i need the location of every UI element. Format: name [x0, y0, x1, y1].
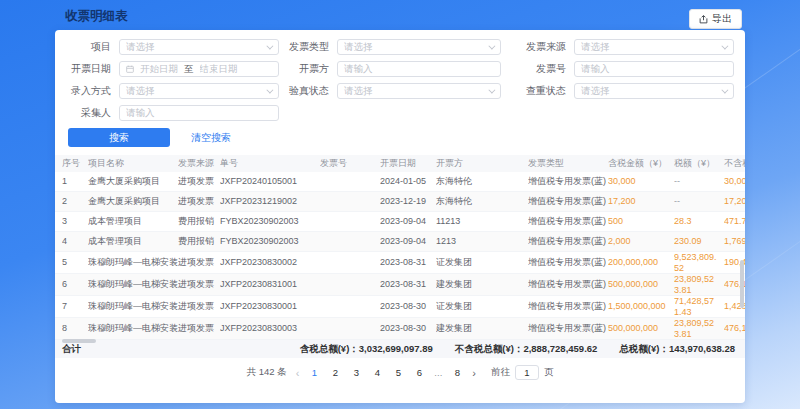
cell-amount: 30,000 — [608, 176, 674, 187]
table-row[interactable]: 7珠穆朗玛峰—电梯安装进项发票JXFP202308300012023-08-30… — [55, 296, 745, 318]
table-row[interactable]: 5珠穆朗玛峰—电梯安装进项发票JXFP202308300022023-08-31… — [55, 252, 745, 274]
cell-source: 费用报销 — [178, 216, 220, 227]
cell-amount_ex: 30,000 — [724, 176, 745, 187]
page-number-4[interactable]: 4 — [371, 367, 383, 378]
filter-dedup-status: 查重状态 请选择 — [516, 83, 734, 99]
cell-no: 1 — [62, 176, 88, 187]
filter-invoice-date: 开票日期 开始日期 至 结束日期 — [63, 61, 279, 77]
cell-order_no: FYBX20230902003 — [220, 236, 320, 247]
column-header: 开票方 — [436, 158, 528, 169]
entry-method-select[interactable]: 请选择 — [119, 83, 279, 99]
cell-tax: 23,809,523.81 — [674, 318, 724, 339]
page-number-2[interactable]: 2 — [329, 367, 341, 378]
cell-source: 进项发票 — [178, 279, 220, 290]
issuer-input[interactable]: 请输入 — [337, 61, 501, 77]
cell-type: 增值税专用发票(蓝) — [528, 257, 608, 268]
cell-source: 进项发票 — [178, 196, 220, 207]
cell-order_no: FYBX20230902003 — [220, 216, 320, 227]
cell-project: 金鹰大厦采购项目 — [88, 176, 178, 187]
cell-date: 2023-08-30 — [380, 301, 436, 312]
invoice-no-label: 发票号 — [516, 62, 566, 76]
column-header: 不含税金额（¥） — [724, 158, 745, 169]
table-row[interactable]: 1金鹰大厦采购项目进项发票JXFP202401050012024-01-05东海… — [55, 172, 745, 192]
prev-page-icon[interactable]: ‹ — [296, 367, 300, 379]
cell-no: 4 — [62, 236, 88, 247]
cell-type: 增值税专用发票(蓝) — [528, 301, 608, 312]
cell-amount_ex: 17,200 — [724, 196, 745, 207]
invoice-source-select[interactable]: 请选择 — [574, 39, 734, 55]
page-number-5[interactable]: 5 — [392, 367, 404, 378]
filter-invoice-no: 发票号 请输入 — [516, 61, 734, 77]
issuer-label: 开票方 — [279, 62, 329, 76]
cell-amount: 2,000 — [608, 236, 674, 247]
cell-type: 增值税专用发票(蓝) — [528, 196, 608, 207]
invoice-type-label: 发票类型 — [279, 40, 329, 54]
invoice-date-range-picker[interactable]: 开始日期 至 结束日期 — [119, 61, 279, 77]
cell-project: 成本管理项目 — [88, 216, 178, 227]
invoice-no-input[interactable]: 请输入 — [574, 61, 734, 77]
page-number-1[interactable]: 1 — [308, 367, 320, 378]
calendar-icon — [126, 64, 134, 75]
collector-label: 采集人 — [63, 106, 111, 120]
vertical-scrollbar[interactable] — [740, 260, 744, 308]
cell-amount_ex: 1,769.91 — [724, 236, 745, 247]
cell-date: 2024-01-05 — [380, 176, 436, 187]
summary-total: 总税额(¥)：143,970,638.28 — [619, 343, 735, 356]
filter-invoice-source: 发票来源 请选择 — [516, 39, 734, 55]
chevron-down-icon — [488, 87, 495, 94]
page-number-8[interactable]: 8 — [451, 367, 463, 378]
clear-search-link[interactable]: 清空搜索 — [191, 131, 231, 145]
column-header: 开票日期 — [380, 158, 436, 169]
invoice-table: 序号项目名称发票来源单号发票号开票日期开票方发票类型含税金额（¥）税额（¥）不含… — [55, 155, 745, 340]
cell-date: 2023-12-19 — [380, 196, 436, 207]
cell-no: 2 — [62, 196, 88, 207]
cell-source: 进项发票 — [178, 323, 220, 334]
cell-issuer: 1213 — [436, 236, 528, 247]
column-header: 序号 — [62, 158, 88, 169]
cell-tax: 28.3 — [674, 216, 724, 227]
cell-type: 增值税专用发票(蓝) — [528, 236, 608, 247]
table-row[interactable]: 6珠穆朗玛峰—电梯安装进项发票JXFP202308310012023-08-31… — [55, 274, 745, 296]
table-row[interactable]: 8珠穆朗玛峰—电梯安装进项发票JXFP202308300032023-08-30… — [55, 318, 745, 340]
cell-no: 5 — [62, 257, 88, 268]
horizontal-scrollbar[interactable] — [62, 339, 96, 343]
table-row[interactable]: 2金鹰大厦采购项目进项发票JXFP202312190022023-12-19东海… — [55, 192, 745, 212]
summary-total: 不含税总额(¥)：2,888,728,459.62 — [455, 343, 598, 356]
pagination-ellipsis[interactable]: ... — [434, 367, 442, 378]
summary-row: 合计 含税总额(¥)：3,032,699,097.89不含税总额(¥)：2,88… — [55, 340, 745, 358]
dedup-status-select[interactable]: 请选择 — [574, 83, 734, 99]
cell-tax: -- — [674, 176, 724, 187]
table-row[interactable]: 3成本管理项目费用报销FYBX202309020032023-09-041121… — [55, 212, 745, 232]
search-button[interactable]: 搜索 — [68, 128, 170, 147]
page-number-3[interactable]: 3 — [350, 367, 362, 378]
export-icon — [699, 15, 708, 24]
goto-page: 前往 页 — [491, 365, 554, 380]
goto-page-input[interactable] — [515, 365, 539, 380]
invoice-type-select[interactable]: 请选择 — [337, 39, 501, 55]
cell-no: 8 — [62, 323, 88, 334]
export-button[interactable]: 导出 — [689, 9, 742, 29]
cell-order_no: JXFP20231219002 — [220, 196, 320, 207]
cell-issuer: 建发集团 — [436, 323, 528, 334]
filter-invoice-type: 发票类型 请选择 — [279, 39, 501, 55]
collector-input[interactable]: 请输入 — [119, 105, 279, 121]
chevron-down-icon — [488, 43, 495, 50]
cell-source: 费用报销 — [178, 236, 220, 247]
filter-entry-method: 录入方式 请选择 — [63, 83, 279, 99]
project-select[interactable]: 请选择 — [119, 39, 279, 55]
filter-issuer: 开票方 请输入 — [279, 61, 501, 77]
filter-panel: 项目 请选择 发票类型 请选择 发票来源 请选择 — [55, 30, 745, 147]
table-row[interactable]: 4成本管理项目费用报销FYBX202309020032023-09-041213… — [55, 232, 745, 252]
cell-tax: 230.09 — [674, 236, 724, 247]
column-header: 发票来源 — [178, 158, 220, 169]
next-page-icon[interactable]: › — [472, 367, 476, 379]
verify-status-select[interactable]: 请选择 — [337, 83, 501, 99]
start-date-placeholder: 开始日期 — [140, 63, 178, 76]
page-number-6[interactable]: 6 — [413, 367, 425, 378]
date-separator: 至 — [184, 63, 194, 76]
column-header: 单号 — [220, 158, 320, 169]
cell-date: 2023-08-31 — [380, 279, 436, 290]
column-header: 税额（¥） — [674, 158, 724, 169]
cell-amount: 1,500,000,000 — [608, 301, 674, 312]
cell-amount_ex: 476,190,476.19 — [724, 323, 745, 334]
